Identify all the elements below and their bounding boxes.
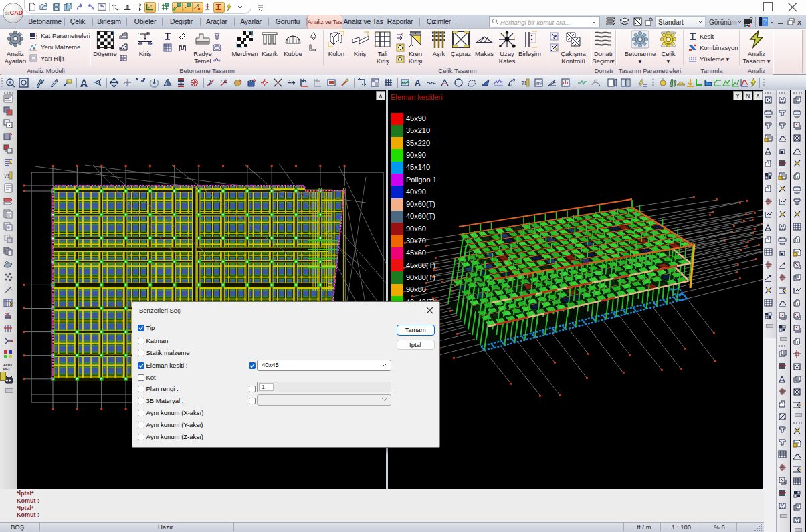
svg-text:?!: ?! (521, 80, 526, 86)
svg-text:7: 7 (401, 33, 404, 37)
svg-text:F: F (146, 31, 150, 37)
svg-text:m²: m² (536, 80, 543, 86)
svg-text:E: E (33, 46, 36, 51)
svg-text:∠: ∠ (552, 80, 556, 84)
svg-text:↕: ↕ (9, 136, 11, 141)
svg-text:?: ? (763, 18, 767, 25)
svg-text:REC: REC (3, 367, 11, 371)
svg-text:/: / (221, 80, 222, 84)
svg-text:42: 42 (508, 83, 512, 87)
svg-text:?!: ?! (4, 172, 9, 179)
svg-text:A: A (415, 78, 421, 88)
